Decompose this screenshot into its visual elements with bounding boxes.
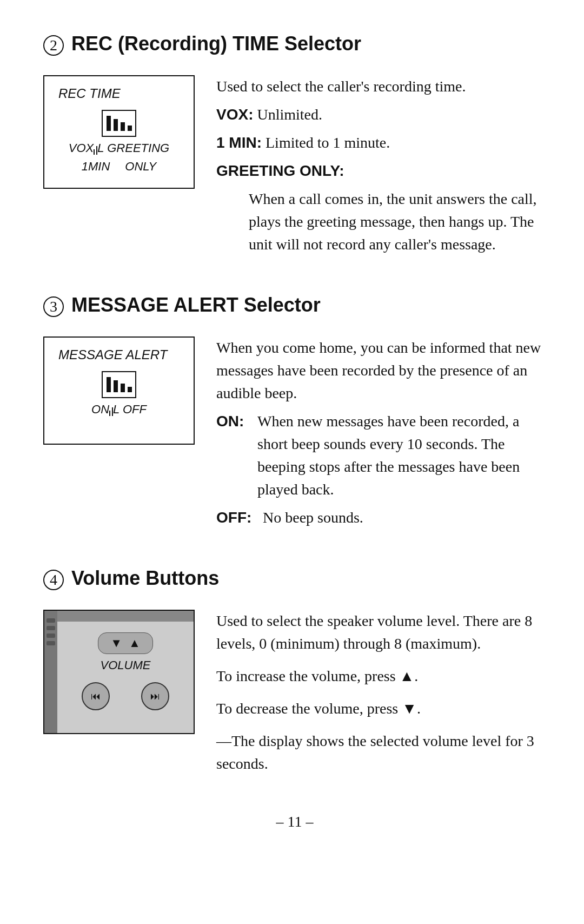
side-strip [44, 611, 57, 733]
strip-notch-3 [47, 633, 55, 638]
mbar4 [128, 387, 132, 392]
off-desc: OFF: No beep sounds. [216, 506, 546, 529]
section-volume: 4 Volume Buttons ▼ ▲ [43, 567, 546, 781]
vol-down-arrow: ▼ [110, 636, 122, 650]
vol-display-desc: —The display shows the selected volume l… [216, 730, 546, 775]
vol-top-bar [57, 611, 194, 622]
vol-label: VOLUME [101, 658, 151, 672]
msg-alert-description: When you come home, you can be informed … [216, 336, 546, 534]
on-text: ON [91, 402, 109, 417]
min-desc: 1 MIN: Limited to 1 minute. [216, 131, 546, 154]
vol-increase-desc: To increase the volume, press ▲. [216, 665, 546, 688]
bar3 [121, 122, 125, 131]
off-detail: No beep sounds. [263, 506, 363, 529]
bar4 [128, 126, 132, 131]
mbar2 [114, 380, 118, 392]
off-term: OFF: [216, 506, 254, 529]
rec-time-intro: Used to select the caller's recording ti… [216, 75, 546, 98]
section-message-alert: 3 MESSAGE ALERT Selector MESSAGE ALERT O… [43, 294, 546, 534]
on-tick [109, 407, 113, 416]
vol-desc-line1: Used to select the speaker volume level.… [216, 610, 546, 655]
page-number: – 11 – [43, 813, 546, 830]
msg-alert-label: MESSAGE ALERT [58, 347, 167, 362]
volume-diagram: ▼ ▲ VOLUME ⏮ ⏭ [43, 610, 195, 734]
strip-notch-4 [47, 641, 55, 645]
on-term: ON: [216, 410, 249, 433]
section-body-2: REC TIME VOX L GREETING 1MIN ON [43, 75, 546, 261]
greeting-term: GREETING ONLY: [216, 162, 344, 179]
section-body-4: ▼ ▲ VOLUME ⏮ ⏭ Used to select the speake… [43, 610, 546, 781]
on-desc: ON: When new messages have been recorded… [216, 410, 546, 501]
bar2 [114, 119, 118, 131]
greeting-term-line: GREETING ONLY: [216, 160, 546, 182]
vol-rewind-btn: ⏮ [82, 682, 110, 710]
rec-time-description: Used to select the caller's recording ti… [216, 75, 546, 261]
min-term: 1 MIN: [216, 134, 262, 151]
vox-desc: VOX: Unlimited. [216, 103, 546, 126]
greeting-desc: When a call comes in, the unit answers t… [249, 188, 546, 256]
min-label: 1MIN [82, 160, 110, 174]
msg-alert-icon [102, 371, 136, 398]
mbar3 [121, 384, 125, 392]
section-header-3: 3 MESSAGE ALERT Selector [43, 294, 546, 317]
vol-up-arrow: ▲ [129, 636, 141, 650]
vol-buttons-row: ▼ ▲ [98, 632, 153, 654]
volume-description: Used to select the speaker volume level.… [216, 610, 546, 781]
vox-term: VOX: [216, 106, 253, 123]
section-title-4: Volume Buttons [71, 567, 219, 590]
vox-text: VOX [69, 141, 94, 155]
msg-selector-bars [107, 377, 132, 392]
strip-notch-1 [47, 618, 55, 623]
selector-bars [107, 116, 132, 131]
rec-time-label: REC TIME [58, 86, 121, 101]
rec-time-diagram: REC TIME VOX L GREETING 1MIN ON [43, 75, 195, 189]
mbar1 [107, 377, 111, 392]
vol-decrease-desc: To decrease the volume, press ▼. [216, 697, 546, 720]
section-header-4: 4 Volume Buttons [43, 567, 546, 590]
strip-notch-2 [47, 626, 55, 630]
on-detail: When new messages have been recorded, a … [257, 410, 546, 501]
only-label: ONLY [125, 160, 156, 174]
vol-forward-btn: ⏭ [141, 682, 169, 710]
section-body-3: MESSAGE ALERT ON L OFF When you come h [43, 336, 546, 534]
vox-l: L GREETING [97, 141, 169, 155]
section-title-3: MESSAGE ALERT Selector [71, 294, 321, 316]
msg-alert-diagram: MESSAGE ALERT ON L OFF [43, 336, 195, 445]
section-number-2: 2 [43, 35, 64, 56]
vox-row: VOX L GREETING [69, 141, 169, 155]
vol-bottom-row: ⏮ ⏭ [66, 682, 185, 710]
section-number-4: 4 [43, 570, 64, 590]
on-off-row: ON L OFF [91, 402, 147, 417]
msg-alert-intro: When you come home, you can be informed … [216, 336, 546, 405]
l-off-text: L OFF [113, 402, 147, 417]
bar1 [107, 116, 111, 131]
rec-time-icon [102, 110, 136, 137]
vol-btn-group: ▼ ▲ [98, 632, 153, 654]
section-rec-time: 2 REC (Recording) TIME Selector REC TIME… [43, 32, 546, 261]
section-header-2: 2 REC (Recording) TIME Selector [43, 32, 546, 56]
tick-down [94, 146, 97, 155]
vox-sublabels: 1MIN ONLY [82, 160, 156, 174]
vol-main-area: ▼ ▲ VOLUME ⏮ ⏭ [57, 622, 194, 733]
section-number-3: 3 [43, 296, 64, 317]
section-title-2: REC (Recording) TIME Selector [71, 32, 361, 55]
